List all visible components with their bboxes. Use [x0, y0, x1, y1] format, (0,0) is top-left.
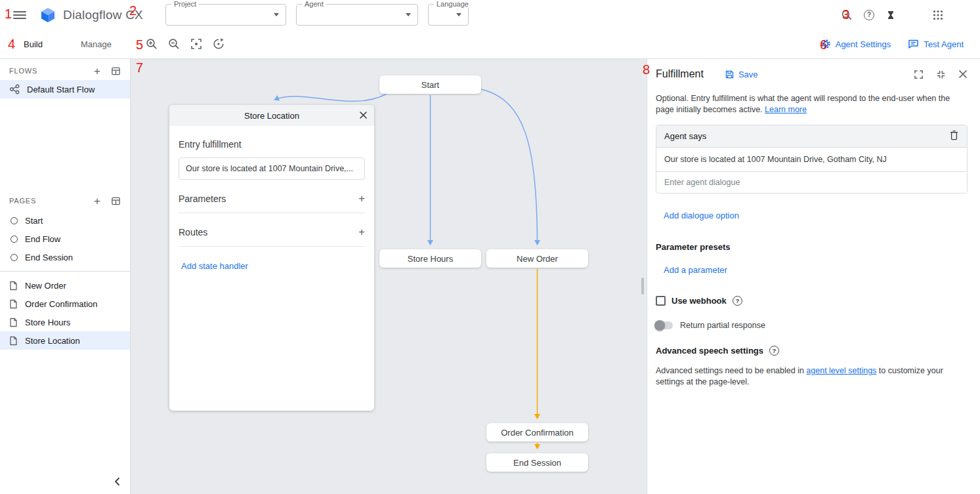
- card-title: Store Location: [244, 111, 299, 121]
- agent-selector-label: Agent: [302, 0, 326, 8]
- sidebar-item-end-flow[interactable]: End Flow: [0, 230, 130, 248]
- test-agent-label: Test Agent: [924, 39, 964, 49]
- sidebar-item-default-start-flow[interactable]: Default Start Flow: [0, 80, 130, 98]
- fulfillment-panel: Fulfillment Save: [647, 59, 980, 494]
- agent-level-settings-link[interactable]: agent level settings: [806, 366, 876, 375]
- project-selector[interactable]: Project: [165, 4, 286, 26]
- page-label: Order Confirmation: [25, 299, 98, 309]
- dialogflow-logo-icon: [39, 7, 56, 24]
- page-label: End Flow: [25, 234, 60, 244]
- add-state-handler-link[interactable]: Add state handler: [179, 261, 365, 271]
- parameters-row: Parameters +: [179, 193, 365, 213]
- agent-says-message: Our store is located at 1007 Mountain Dr…: [656, 147, 967, 171]
- node-start[interactable]: Start: [379, 75, 481, 94]
- save-icon: [725, 70, 735, 79]
- save-button[interactable]: Save: [725, 70, 758, 79]
- circle-icon: [11, 236, 18, 243]
- annotation-5: 5: [136, 37, 143, 52]
- sidebar-item-new-order[interactable]: New Order: [0, 276, 130, 295]
- close-icon[interactable]: [958, 70, 968, 79]
- test-agent-button[interactable]: Test Agent: [908, 39, 964, 49]
- reset-view-icon[interactable]: [211, 37, 226, 51]
- sidebar: FLOWS + Default Start Flow P: [0, 59, 131, 494]
- annotation-7: 7: [136, 60, 143, 75]
- flow-canvas[interactable]: Start Store Hours New Order Order Confir…: [131, 59, 647, 494]
- zoom-out-icon[interactable]: [167, 37, 181, 51]
- sidebar-item-store-hours[interactable]: Store Hours: [0, 313, 130, 331]
- page-label: End Session: [25, 253, 73, 262]
- node-end-session[interactable]: End Session: [486, 453, 588, 472]
- sidebar-collapse-icon[interactable]: [110, 474, 125, 489]
- sidebar-item-end-session[interactable]: End Session: [0, 248, 130, 266]
- page-label: New Order: [25, 281, 66, 291]
- agent-dialogue-input[interactable]: [656, 171, 967, 193]
- agent-selector[interactable]: Agent: [296, 4, 418, 26]
- zoom-in-icon[interactable]: [144, 37, 159, 51]
- pages-section-header: PAGES +: [0, 193, 130, 209]
- node-store-hours[interactable]: Store Hours: [379, 249, 481, 268]
- add-parameter-icon[interactable]: +: [358, 193, 365, 204]
- fulfillment-text-input[interactable]: [179, 157, 365, 180]
- annotation-8: 8: [643, 62, 650, 77]
- flow-icon: [9, 84, 20, 94]
- fullscreen-exit-icon[interactable]: [936, 70, 946, 79]
- webhook-help-icon[interactable]: ?: [733, 296, 742, 306]
- node-label: New Order: [517, 254, 558, 264]
- agent-says-header: Agent says: [656, 125, 967, 147]
- use-webhook-checkbox[interactable]: [656, 296, 666, 306]
- save-label: Save: [738, 70, 758, 79]
- add-dialogue-option-link[interactable]: Add dialogue option: [664, 211, 968, 220]
- return-partial-response-label: Return partial response: [680, 321, 765, 330]
- center-focus-icon[interactable]: [189, 37, 203, 51]
- panel-description: Optional. Entry fulfillment is what the …: [656, 93, 968, 115]
- sidebar-item-start[interactable]: Start: [0, 211, 130, 230]
- flow-label: Default Start Flow: [27, 85, 95, 94]
- pages-table-view-icon[interactable]: [111, 196, 121, 206]
- top-header: Dialogflow CX Project Agent Language ?: [0, 0, 980, 30]
- node-order-confirmation[interactable]: Order Confirmation: [486, 423, 588, 442]
- help-icon[interactable]: ?: [864, 10, 874, 20]
- trash-icon[interactable]: [949, 130, 959, 142]
- agent-says-card: Agent says Our store is located at 1007 …: [656, 125, 968, 194]
- language-selector-label: Language: [434, 0, 471, 8]
- add-page-icon[interactable]: +: [94, 196, 100, 207]
- agent-settings-button[interactable]: Agent Settings: [820, 39, 891, 49]
- advanced-speech-help-icon[interactable]: ?: [769, 346, 779, 356]
- return-partial-response-toggle[interactable]: [656, 321, 673, 329]
- flows-table-view-icon[interactable]: [111, 66, 121, 76]
- node-label: Store Hours: [408, 254, 453, 264]
- node-label: Order Confirmation: [501, 428, 574, 438]
- add-a-parameter-link[interactable]: Add a parameter: [664, 265, 968, 275]
- panel-resize-handle[interactable]: [641, 278, 644, 295]
- parameters-label: Parameters: [179, 194, 226, 204]
- apps-grid-icon[interactable]: [933, 10, 943, 20]
- spacer: [0, 98, 130, 189]
- learn-more-link[interactable]: Learn more: [765, 105, 807, 114]
- canvas-tools: [144, 37, 226, 51]
- add-route-icon[interactable]: +: [358, 226, 365, 237]
- node-new-order[interactable]: New Order: [486, 249, 588, 268]
- sidebar-item-store-location[interactable]: Store Location: [0, 331, 130, 350]
- flows-header-label: FLOWS: [9, 67, 37, 75]
- tab-build[interactable]: Build: [24, 39, 43, 49]
- add-flow-icon[interactable]: +: [94, 66, 100, 77]
- annotation-6: 6: [820, 37, 827, 52]
- chevron-down-icon: [456, 13, 461, 16]
- language-selector[interactable]: Language: [428, 4, 469, 26]
- use-webhook-row: Use webhook ?: [656, 296, 968, 306]
- fullscreen-icon[interactable]: [914, 70, 924, 79]
- panel-title: Fulfillment: [656, 68, 704, 80]
- annotation-1: 1: [5, 7, 12, 22]
- store-location-card-body: Entry fulfillment Parameters + Routes + …: [169, 126, 374, 280]
- hamburger-menu-icon[interactable]: [13, 9, 26, 22]
- annotation-2: 2: [129, 3, 137, 18]
- close-icon[interactable]: [359, 111, 368, 121]
- annotation-3: 3: [842, 7, 849, 22]
- tab-manage[interactable]: Manage: [81, 39, 112, 49]
- chevron-down-icon: [274, 13, 279, 16]
- pages-header-label: PAGES: [9, 197, 36, 205]
- sidebar-item-order-confirmation[interactable]: Order Confirmation: [0, 295, 130, 313]
- page-file-icon: [9, 281, 18, 291]
- advanced-settings-note: Advanced settings need to be enabled in …: [656, 365, 966, 388]
- pending-hourglass-icon[interactable]: [885, 10, 896, 20]
